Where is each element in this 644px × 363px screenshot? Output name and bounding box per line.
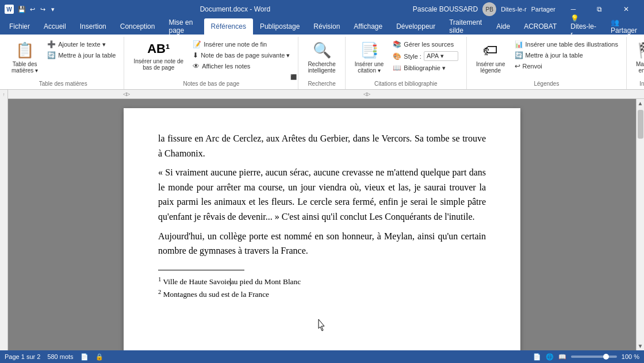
renvoi-button[interactable]: ↩ Renvoi	[511, 61, 622, 71]
view-normal[interactable]: 📄	[533, 353, 541, 361]
redo-button[interactable]: ↪	[38, 5, 47, 14]
status-left: Page 1 sur 2 580 mots 📄 🔒	[5, 353, 103, 361]
ajouter-texte-icon: ➕	[47, 40, 56, 48]
view-web[interactable]: 🌐	[546, 353, 554, 361]
recherche-intelligente-button[interactable]: 🔍 Rechercheintelligente	[303, 39, 340, 76]
tab-conception[interactable]: Conception	[113, 18, 162, 35]
undo-button[interactable]: ↩	[28, 5, 37, 14]
mettre-a-jour-table-button[interactable]: 🔄 Mettre à jour la table	[44, 50, 119, 60]
zoom-level[interactable]: 100 %	[622, 353, 639, 360]
document-area[interactable]: la fissure en Arc de Cerclez, aux Arêtes…	[8, 99, 636, 350]
recherche-icon: 🔍	[313, 41, 331, 59]
undo-redo-group: 💾 ↩ ↪ ▾	[17, 5, 57, 14]
tab-developpeur[interactable]: Développeur	[389, 18, 442, 35]
bibliographie-button[interactable]: 📖 Bibliographie ▾	[389, 63, 462, 73]
renvoi-icon: ↩	[515, 62, 520, 70]
style-button[interactable]: 🎨 Style : APA ▾	[389, 50, 462, 62]
inserer-note-fin-button[interactable]: 📝 Insérer une note de fin	[189, 39, 293, 49]
tab-accueil[interactable]: Accueil	[37, 18, 73, 35]
user-name: Pascale BOUSSARD	[413, 5, 478, 13]
tab-insertion[interactable]: Insertion	[73, 18, 113, 35]
cursor-area[interactable]	[158, 318, 486, 336]
customize-button[interactable]: ▾	[48, 5, 57, 14]
ruler: ◁▷ ◁▷	[8, 90, 644, 99]
page-info: Page 1 sur 2	[5, 353, 40, 360]
page-1-text: la fissure en Arc de Cerclez, aux Arêtes…	[158, 131, 486, 258]
tab-revision[interactable]: Révision	[306, 18, 347, 35]
style-label: Style :	[404, 53, 421, 60]
status-right: 📄 🌐 📖 100 %	[533, 353, 639, 361]
zoom-thumb[interactable]	[603, 354, 609, 360]
afficher-notes-label: Afficher les notes	[202, 63, 250, 70]
main-area: ↑ ◁▷ ◁▷ la fissure en Arc de Cerclez, au…	[0, 90, 644, 350]
inserer-legende-button[interactable]: 🏷 Insérer unelégende	[471, 39, 510, 76]
paragraph-1: la fissure en Arc de Cerclez, aux Arêtes…	[158, 131, 486, 161]
legende-label: Insérer unelégende	[476, 61, 505, 74]
tab-references[interactable]: Références	[204, 18, 253, 35]
scroll-thumb[interactable]	[638, 110, 643, 139]
note-suivante-icon: ⬇	[193, 51, 198, 59]
tab-aide[interactable]: Aide	[489, 18, 517, 35]
zoom-slider[interactable]	[571, 356, 617, 358]
language-indicator: 🔒	[95, 353, 103, 361]
mettre-a-jour-icon: 🔄	[47, 51, 56, 59]
group-table-matieres: 📋 Table desmatières ▾ ➕ Ajouter le texte…	[2, 37, 124, 89]
citation-icon: 📑	[360, 41, 378, 59]
inserer-citation-button[interactable]: 📑 Insérer unecitation ▾	[350, 39, 389, 76]
table-illustrations-button[interactable]: 📊 Insérer une table des illustrations	[511, 39, 622, 49]
partager-tab[interactable]: 👥 Partager	[604, 18, 644, 35]
gerer-sources-icon: 📚	[393, 40, 401, 48]
notes-group-label: Notes de bas de page	[124, 81, 298, 87]
tab-acrobat[interactable]: ACROBAT	[517, 18, 564, 35]
group-citations: 📑 Insérer unecitation ▾ 📚 Gérer les sour…	[346, 37, 467, 89]
group-legendes: 🏷 Insérer unelégende 📊 Insérer une table…	[467, 37, 627, 89]
notes-expand-button[interactable]: ⬛	[290, 74, 297, 80]
footnote-separator	[158, 270, 244, 270]
group-recherche: 🔍 Rechercheintelligente Recherche	[298, 37, 345, 89]
maj-legende-icon: 🔄	[515, 51, 523, 59]
recherche-label: Rechercheintelligente	[308, 61, 335, 74]
note-suivante-button[interactable]: ⬇ Note de bas de page suivante ▾	[189, 50, 293, 60]
scroll-up-button[interactable]: ▲	[637, 99, 644, 108]
scroll-down-button[interactable]: ▼	[637, 342, 644, 350]
marker-1: ↑	[3, 92, 5, 97]
scrollbar-v[interactable]: ▲ ▼	[636, 99, 644, 350]
bibliographie-icon: 📖	[393, 64, 401, 72]
gerer-sources-button[interactable]: 📚 Gérer les sources	[389, 39, 462, 49]
table-matieres-button[interactable]: 📋 Table desmatières ▾	[7, 39, 43, 76]
notes-col: 📝 Insérer une note de fin ⬇ Note de bas …	[189, 39, 293, 71]
footnote-1: 1 Ville de Haute Savoieau pied du Mont B…	[158, 275, 486, 288]
tab-mise-en-page[interactable]: Mise en page	[162, 18, 204, 35]
citations-col: 📚 Gérer les sources 🎨 Style : APA ▾ 📖 Bi…	[389, 39, 462, 73]
afficher-notes-button[interactable]: 👁 Afficher les notes	[189, 61, 293, 71]
save-button[interactable]: 💾	[17, 5, 26, 14]
table-matieres-icon: 📋	[16, 41, 34, 59]
ajouter-texte-button[interactable]: ➕ Ajouter le texte ▾	[44, 39, 119, 49]
mettre-a-jour-label: Mettre à jour la table	[58, 52, 116, 59]
view-read[interactable]: 📖	[558, 353, 566, 361]
ruler-mark-right: ◁▷	[363, 91, 370, 97]
close-button[interactable]: ✕	[613, 0, 639, 18]
index-group-label: Index	[627, 81, 644, 87]
page-1: la fissure en Arc de Cerclez, aux Arêtes…	[124, 108, 520, 350]
title-bar: W 💾 ↩ ↪ ▾ Document.docx - Word Pascale B…	[0, 0, 644, 18]
table-illus-label: Insérer une table des illustrations	[526, 41, 618, 48]
avatar[interactable]: PB	[482, 2, 496, 16]
tab-affichage[interactable]: Affichage	[347, 18, 389, 35]
partager-btn[interactable]: Partager	[531, 6, 555, 13]
notes-items: AB¹ Insérer une note debas de page 📝 Ins…	[129, 39, 293, 79]
marquer-entree-button[interactable]: 🏁 Marquerentrée	[631, 39, 644, 76]
tab-traitement-silde[interactable]: Traitement silde	[442, 18, 489, 35]
dites-le-r-tab[interactable]: 💡 Dites-le-r	[564, 18, 604, 35]
note-suivante-label: Note de bas de page suivante ▾	[201, 52, 290, 59]
mettre-a-jour-legende-button[interactable]: 🔄 Mettre à jour la table	[511, 50, 622, 60]
inserer-note-button[interactable]: AB¹ Insérer une note debas de page	[129, 39, 188, 73]
inserer-note-icon: AB¹	[147, 41, 170, 56]
citations-group-label: Citations et bibliographie	[346, 81, 466, 87]
style-select[interactable]: APA ▾	[424, 51, 458, 61]
tab-fichier[interactable]: Fichier	[2, 18, 37, 35]
tab-publipostage[interactable]: Publipostage	[253, 18, 306, 35]
note-fin-icon: 📝	[193, 40, 201, 48]
footnote-2: 2 Montagnes du sud est de la France	[158, 288, 486, 300]
inserer-note-label: Insérer une note debas de page	[133, 58, 183, 71]
